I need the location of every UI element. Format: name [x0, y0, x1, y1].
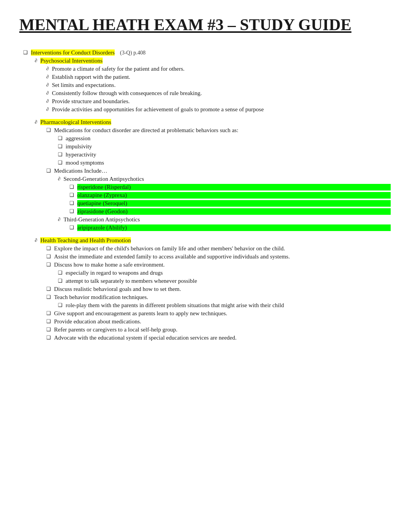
- health-teaching-highlight: Health Teaching and Health Promotion: [40, 237, 130, 243]
- behavior-mod-list: ❑ role-play them with the parents in dif…: [58, 302, 391, 309]
- item-text: especially in regard to weapons and drug…: [66, 270, 391, 276]
- item-row: ❑ mood symptoms: [58, 160, 391, 166]
- list-item: ❑ Assist the immediate and extended fami…: [46, 253, 391, 260]
- bullet-icon: ❑: [46, 286, 51, 292]
- bullet-icon: ❑: [46, 127, 51, 133]
- item-row: ❑ quetiapine (Seroquel): [69, 200, 391, 207]
- main-list: ❑ Interventions for Conduct Disorders (3…: [23, 49, 391, 341]
- item-text: attempt to talk separately to members wh…: [66, 278, 391, 284]
- content-area: ❑ Interventions for Conduct Disorders (3…: [23, 49, 391, 341]
- bullet-icon: ∂: [46, 98, 49, 104]
- list-item: ❑ Teach behavior modification techniques…: [46, 294, 391, 309]
- bullet-icon: ❑: [58, 143, 63, 150]
- bullet-icon: ∂: [46, 106, 49, 112]
- list-item: ❑ hyperactivity: [58, 151, 391, 158]
- list-item: ❑ Explore the impact of the child's beha…: [46, 245, 391, 252]
- bullet-icon: ❑: [69, 224, 74, 231]
- bullet-icon: ❑: [58, 270, 63, 276]
- list-item: ❑ Medications for conduct disorder are d…: [46, 127, 391, 166]
- item-row: ∂ Second-Generation Antipsychotics: [58, 176, 391, 182]
- item-row: ❑ especially in regard to weapons and dr…: [58, 270, 391, 276]
- list-item: ❑ ziprasidone (Geodon): [69, 208, 391, 215]
- item-row: ❑ Discuss how to make home a safe enviro…: [46, 262, 391, 268]
- bullet-icon: ∂: [35, 237, 37, 243]
- item-text: quetiapine (Seroquel): [77, 200, 391, 207]
- item-row: ❑ Medications for conduct disorder are d…: [46, 127, 391, 134]
- item-row: ❑ attempt to talk separately to members …: [58, 278, 391, 284]
- bullet-icon: ❑: [69, 184, 74, 190]
- level2-list: ∂ Psychosocial Interventions ∂ Promote a…: [35, 58, 391, 341]
- medication-groups: ∂ Second-Generation Antipsychotics ❑ ris…: [58, 176, 391, 231]
- item-row: ∂ Set limits and expectations.: [46, 82, 391, 88]
- list-item: ❑ role-play them with the parents in dif…: [58, 302, 391, 309]
- page-title: MENTAL HEATH EXAM #3 – STUDY GUIDE: [19, 15, 391, 34]
- item-row: ❑ Assist the immediate and extended fami…: [46, 253, 391, 260]
- safe-env-list: ❑ especially in regard to weapons and dr…: [58, 270, 391, 284]
- list-item: ❑ risperidone (Risperdal): [69, 184, 391, 190]
- item-text: Set limits and expectations.: [52, 82, 391, 88]
- list-item: ❑ Discuss realistic behavioral goals and…: [46, 286, 391, 292]
- list-item: ❑ aggression: [58, 135, 391, 142]
- item-row: ∂ Provide structure and boundaries.: [46, 98, 391, 105]
- psychosocial-highlight: Psychosocial Interventions: [40, 58, 102, 64]
- item-text: Explore the impact of the child's behavi…: [54, 245, 391, 252]
- list-item: ❑ Give support and encouragement as pare…: [46, 310, 391, 317]
- health-teaching-row: ∂ Health Teaching and Health Promotion: [35, 237, 391, 244]
- list-item: ❑ impulsivity: [58, 143, 391, 150]
- item-row: ❑ Teach behavior modification techniques…: [46, 294, 391, 301]
- list-item: ❑ olanzapine (Zyprexa): [69, 192, 391, 199]
- bullet-icon: ❑: [46, 253, 51, 260]
- behaviors-list: ❑ aggression ❑ impulsivity: [58, 135, 391, 166]
- list-item: ❑ mood symptoms: [58, 160, 391, 166]
- bullet-icon: ❑: [58, 151, 63, 158]
- item-text: role-play them with the parents in diffe…: [66, 302, 391, 309]
- item-text: impulsivity: [66, 143, 391, 150]
- item-text: hyperactivity: [66, 151, 391, 158]
- item-row: ❑ Explore the impact of the child's beha…: [46, 245, 391, 252]
- item-text: Medications for conduct disorder are dir…: [54, 127, 391, 134]
- item-row: ∂ Third-Generation Antipsychotics: [58, 216, 391, 223]
- third-gen-list: ❑ aripiprazole (Abilify): [69, 224, 391, 231]
- list-item: ∂ Pharmacological Interventions ❑ Medica…: [35, 119, 391, 231]
- list-item: ∂ Second-Generation Antipsychotics ❑ ris…: [58, 176, 391, 215]
- item-row: ❑ Refer parents or caregivers to a local…: [46, 326, 391, 333]
- bullet-icon: ❑: [46, 245, 51, 252]
- item-row: ∂ Provide activities and opportunities f…: [46, 106, 391, 113]
- list-item: ❑ quetiapine (Seroquel): [69, 200, 391, 207]
- item-row: ❑ Medications Include…: [46, 168, 391, 174]
- health-teaching-label: Health Teaching and Health Promotion: [40, 237, 391, 244]
- pharmacological-highlight: Pharmacological Interventions: [40, 119, 111, 125]
- item-row: ∂ Consistently follow through with conse…: [46, 90, 391, 97]
- conduct-disorders-ref: (3-Q) p.408: [120, 50, 146, 56]
- item-text: ziprasidone (Geodon): [77, 208, 391, 215]
- psychosocial-label: Psychosocial Interventions: [40, 58, 391, 64]
- bullet-icon: ❑: [69, 192, 74, 198]
- item-text: Provide structure and boundaries.: [52, 98, 391, 105]
- bullet-icon: ∂: [35, 58, 37, 64]
- item-row: ❑ aggression: [58, 135, 391, 142]
- bullet-icon: ❑: [58, 135, 63, 141]
- list-item: ∂ Provide structure and boundaries.: [46, 98, 391, 105]
- conduct-disorders-row: ❑ Interventions for Conduct Disorders (3…: [23, 49, 391, 56]
- list-item: ❑ especially in regard to weapons and dr…: [58, 270, 391, 276]
- list-item: ∂ Health Teaching and Health Promotion ❑…: [35, 237, 391, 341]
- item-row: ❑ hyperactivity: [58, 151, 391, 158]
- list-item: ∂ Set limits and expectations.: [46, 82, 391, 88]
- pharmacological-items: ❑ Medications for conduct disorder are d…: [46, 127, 391, 231]
- list-item: ❑ Medications Include… ∂ Second-Generati…: [46, 168, 391, 231]
- list-item: ∂ Promote a climate of safety for the pa…: [46, 66, 391, 72]
- bullet-icon: ∂: [46, 66, 49, 72]
- list-item: ∂ Psychosocial Interventions ∂ Promote a…: [35, 58, 391, 113]
- bullet-icon: ∂: [58, 216, 60, 223]
- item-row: ❑ impulsivity: [58, 143, 391, 150]
- list-item: ∂ Establish rapport with the patient.: [46, 74, 391, 80]
- item-text: risperidone (Risperdal): [77, 184, 391, 190]
- item-row: ∂ Promote a climate of safety for the pa…: [46, 66, 391, 72]
- bullet-icon: ∂: [46, 82, 49, 88]
- list-item: ❑ Interventions for Conduct Disorders (3…: [23, 49, 391, 341]
- bullet-icon: ❑: [46, 326, 51, 333]
- item-text: Consistently follow through with consequ…: [52, 90, 391, 97]
- item-text: aripiprazole (Abilify): [77, 224, 391, 231]
- pharmacological-row: ∂ Pharmacological Interventions: [35, 119, 391, 126]
- bullet-icon: ❑: [46, 310, 51, 316]
